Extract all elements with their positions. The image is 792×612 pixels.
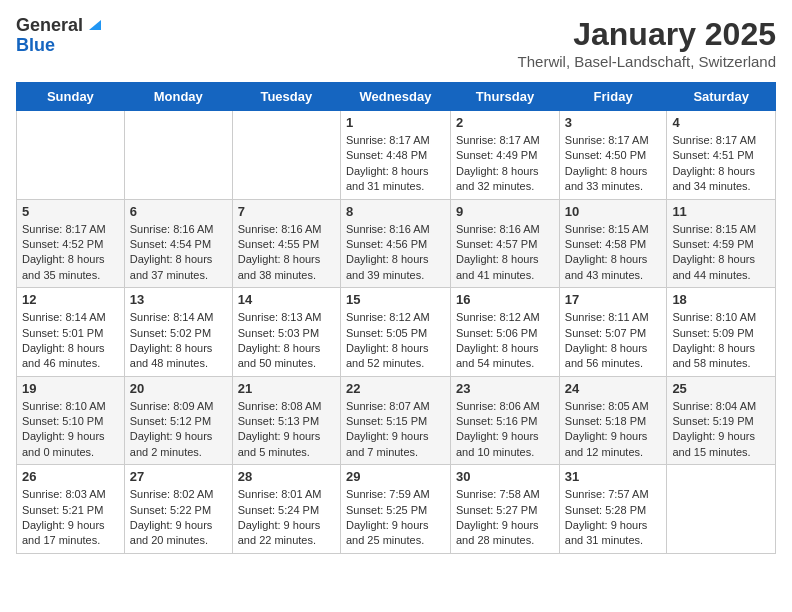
day-info: Sunrise: 7:59 AMSunset: 5:25 PMDaylight:… bbox=[346, 487, 445, 549]
day-info: Sunrise: 8:12 AMSunset: 5:06 PMDaylight:… bbox=[456, 310, 554, 372]
day-number: 8 bbox=[346, 204, 445, 219]
day-info: Sunrise: 8:12 AMSunset: 5:05 PMDaylight:… bbox=[346, 310, 445, 372]
calendar-week-1: 1Sunrise: 8:17 AMSunset: 4:48 PMDaylight… bbox=[17, 111, 776, 200]
day-info: Sunrise: 8:10 AMSunset: 5:09 PMDaylight:… bbox=[672, 310, 770, 372]
day-number: 11 bbox=[672, 204, 770, 219]
calendar-cell: 1Sunrise: 8:17 AMSunset: 4:48 PMDaylight… bbox=[340, 111, 450, 200]
weekday-header-tuesday: Tuesday bbox=[232, 83, 340, 111]
weekday-header-monday: Monday bbox=[124, 83, 232, 111]
day-info: Sunrise: 8:17 AMSunset: 4:49 PMDaylight:… bbox=[456, 133, 554, 195]
day-number: 6 bbox=[130, 204, 227, 219]
day-number: 20 bbox=[130, 381, 227, 396]
calendar-cell bbox=[124, 111, 232, 200]
day-number: 15 bbox=[346, 292, 445, 307]
day-number: 18 bbox=[672, 292, 770, 307]
calendar-cell bbox=[17, 111, 125, 200]
day-number: 9 bbox=[456, 204, 554, 219]
day-number: 12 bbox=[22, 292, 119, 307]
calendar-cell: 14Sunrise: 8:13 AMSunset: 5:03 PMDayligh… bbox=[232, 288, 340, 377]
calendar-week-4: 19Sunrise: 8:10 AMSunset: 5:10 PMDayligh… bbox=[17, 376, 776, 465]
day-number: 13 bbox=[130, 292, 227, 307]
calendar-cell: 24Sunrise: 8:05 AMSunset: 5:18 PMDayligh… bbox=[559, 376, 667, 465]
day-number: 27 bbox=[130, 469, 227, 484]
calendar-title: January 2025 bbox=[518, 16, 776, 53]
calendar-cell: 11Sunrise: 8:15 AMSunset: 4:59 PMDayligh… bbox=[667, 199, 776, 288]
calendar-cell: 6Sunrise: 8:16 AMSunset: 4:54 PMDaylight… bbox=[124, 199, 232, 288]
calendar-body: 1Sunrise: 8:17 AMSunset: 4:48 PMDaylight… bbox=[17, 111, 776, 554]
day-info: Sunrise: 8:15 AMSunset: 4:58 PMDaylight:… bbox=[565, 222, 662, 284]
calendar-cell: 22Sunrise: 8:07 AMSunset: 5:15 PMDayligh… bbox=[340, 376, 450, 465]
calendar-cell: 15Sunrise: 8:12 AMSunset: 5:05 PMDayligh… bbox=[340, 288, 450, 377]
calendar-week-2: 5Sunrise: 8:17 AMSunset: 4:52 PMDaylight… bbox=[17, 199, 776, 288]
logo-blue-text: Blue bbox=[16, 36, 55, 56]
day-info: Sunrise: 8:08 AMSunset: 5:13 PMDaylight:… bbox=[238, 399, 335, 461]
day-info: Sunrise: 8:09 AMSunset: 5:12 PMDaylight:… bbox=[130, 399, 227, 461]
day-info: Sunrise: 8:10 AMSunset: 5:10 PMDaylight:… bbox=[22, 399, 119, 461]
logo: General Blue bbox=[16, 16, 101, 56]
calendar-cell: 26Sunrise: 8:03 AMSunset: 5:21 PMDayligh… bbox=[17, 465, 125, 554]
calendar-cell: 19Sunrise: 8:10 AMSunset: 5:10 PMDayligh… bbox=[17, 376, 125, 465]
calendar-subtitle: Therwil, Basel-Landschaft, Switzerland bbox=[518, 53, 776, 70]
day-info: Sunrise: 8:17 AMSunset: 4:52 PMDaylight:… bbox=[22, 222, 119, 284]
day-number: 23 bbox=[456, 381, 554, 396]
title-section: January 2025 Therwil, Basel-Landschaft, … bbox=[518, 16, 776, 70]
day-info: Sunrise: 8:14 AMSunset: 5:02 PMDaylight:… bbox=[130, 310, 227, 372]
calendar-cell: 4Sunrise: 8:17 AMSunset: 4:51 PMDaylight… bbox=[667, 111, 776, 200]
day-info: Sunrise: 8:03 AMSunset: 5:21 PMDaylight:… bbox=[22, 487, 119, 549]
day-info: Sunrise: 8:01 AMSunset: 5:24 PMDaylight:… bbox=[238, 487, 335, 549]
day-number: 21 bbox=[238, 381, 335, 396]
day-number: 14 bbox=[238, 292, 335, 307]
day-info: Sunrise: 8:11 AMSunset: 5:07 PMDaylight:… bbox=[565, 310, 662, 372]
day-number: 4 bbox=[672, 115, 770, 130]
calendar-cell: 3Sunrise: 8:17 AMSunset: 4:50 PMDaylight… bbox=[559, 111, 667, 200]
calendar-week-5: 26Sunrise: 8:03 AMSunset: 5:21 PMDayligh… bbox=[17, 465, 776, 554]
day-number: 3 bbox=[565, 115, 662, 130]
day-number: 31 bbox=[565, 469, 662, 484]
calendar-cell: 17Sunrise: 8:11 AMSunset: 5:07 PMDayligh… bbox=[559, 288, 667, 377]
weekday-header-friday: Friday bbox=[559, 83, 667, 111]
calendar-cell: 5Sunrise: 8:17 AMSunset: 4:52 PMDaylight… bbox=[17, 199, 125, 288]
day-info: Sunrise: 8:17 AMSunset: 4:50 PMDaylight:… bbox=[565, 133, 662, 195]
calendar-cell: 9Sunrise: 8:16 AMSunset: 4:57 PMDaylight… bbox=[451, 199, 560, 288]
calendar-cell: 28Sunrise: 8:01 AMSunset: 5:24 PMDayligh… bbox=[232, 465, 340, 554]
calendar-cell: 8Sunrise: 8:16 AMSunset: 4:56 PMDaylight… bbox=[340, 199, 450, 288]
day-info: Sunrise: 8:16 AMSunset: 4:55 PMDaylight:… bbox=[238, 222, 335, 284]
calendar-cell bbox=[667, 465, 776, 554]
day-info: Sunrise: 8:14 AMSunset: 5:01 PMDaylight:… bbox=[22, 310, 119, 372]
calendar-cell: 31Sunrise: 7:57 AMSunset: 5:28 PMDayligh… bbox=[559, 465, 667, 554]
day-info: Sunrise: 8:16 AMSunset: 4:57 PMDaylight:… bbox=[456, 222, 554, 284]
day-number: 29 bbox=[346, 469, 445, 484]
day-info: Sunrise: 8:02 AMSunset: 5:22 PMDaylight:… bbox=[130, 487, 227, 549]
page-header: General Blue January 2025 Therwil, Basel… bbox=[16, 16, 776, 70]
logo-general-text: General bbox=[16, 16, 83, 36]
calendar-cell: 20Sunrise: 8:09 AMSunset: 5:12 PMDayligh… bbox=[124, 376, 232, 465]
calendar-cell bbox=[232, 111, 340, 200]
day-info: Sunrise: 7:58 AMSunset: 5:27 PMDaylight:… bbox=[456, 487, 554, 549]
day-info: Sunrise: 8:05 AMSunset: 5:18 PMDaylight:… bbox=[565, 399, 662, 461]
day-number: 24 bbox=[565, 381, 662, 396]
day-number: 28 bbox=[238, 469, 335, 484]
calendar-cell: 23Sunrise: 8:06 AMSunset: 5:16 PMDayligh… bbox=[451, 376, 560, 465]
day-number: 16 bbox=[456, 292, 554, 307]
weekday-header-saturday: Saturday bbox=[667, 83, 776, 111]
day-number: 7 bbox=[238, 204, 335, 219]
day-info: Sunrise: 7:57 AMSunset: 5:28 PMDaylight:… bbox=[565, 487, 662, 549]
weekday-header-thursday: Thursday bbox=[451, 83, 560, 111]
weekday-header-wednesday: Wednesday bbox=[340, 83, 450, 111]
calendar-cell: 21Sunrise: 8:08 AMSunset: 5:13 PMDayligh… bbox=[232, 376, 340, 465]
day-number: 1 bbox=[346, 115, 445, 130]
day-info: Sunrise: 8:04 AMSunset: 5:19 PMDaylight:… bbox=[672, 399, 770, 461]
calendar-cell: 10Sunrise: 8:15 AMSunset: 4:58 PMDayligh… bbox=[559, 199, 667, 288]
day-number: 25 bbox=[672, 381, 770, 396]
calendar-week-3: 12Sunrise: 8:14 AMSunset: 5:01 PMDayligh… bbox=[17, 288, 776, 377]
calendar-cell: 2Sunrise: 8:17 AMSunset: 4:49 PMDaylight… bbox=[451, 111, 560, 200]
day-number: 26 bbox=[22, 469, 119, 484]
day-number: 5 bbox=[22, 204, 119, 219]
day-info: Sunrise: 8:15 AMSunset: 4:59 PMDaylight:… bbox=[672, 222, 770, 284]
logo-triangle-icon bbox=[85, 16, 101, 32]
calendar-cell: 25Sunrise: 8:04 AMSunset: 5:19 PMDayligh… bbox=[667, 376, 776, 465]
day-info: Sunrise: 8:06 AMSunset: 5:16 PMDaylight:… bbox=[456, 399, 554, 461]
calendar-table: SundayMondayTuesdayWednesdayThursdayFrid… bbox=[16, 82, 776, 554]
day-number: 17 bbox=[565, 292, 662, 307]
day-number: 22 bbox=[346, 381, 445, 396]
